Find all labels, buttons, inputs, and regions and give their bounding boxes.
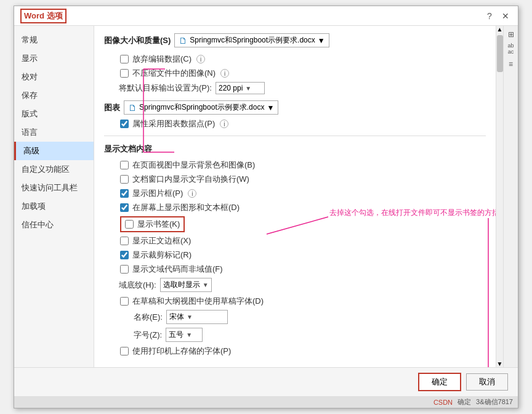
dpi-arrow: ▼ bbox=[245, 85, 251, 92]
discard-info-icon: i bbox=[196, 55, 205, 63]
dialog-footer: 确定 取消 bbox=[14, 367, 518, 396]
show-pic-label[interactable]: 显示图片框(P) bbox=[132, 188, 183, 199]
word-options-dialog: Word 选项 ? ✕ 常规 显示 校对 保存 版式 语言 高级 自定义功能区 … bbox=[14, 6, 518, 408]
watermark-bar: CSDN 确定 3&确信7817 bbox=[14, 396, 518, 408]
text-icon[interactable]: abac bbox=[505, 43, 517, 55]
dpi-dropdown[interactable]: 220 ppi ▼ bbox=[216, 82, 265, 94]
sidebar: 常规 显示 校对 保存 版式 语言 高级 自定义功能区 快速访问工具栏 加载项 … bbox=[14, 26, 94, 367]
scroll-thumb[interactable] bbox=[497, 35, 503, 72]
sidebar-item-style[interactable]: 版式 bbox=[14, 105, 94, 123]
field-shading-label: 域底纹(H): bbox=[119, 280, 156, 291]
show-bg-checkbox[interactable] bbox=[120, 161, 129, 169]
field-shading-row: 域底纹(H): 选取时显示 ▼ bbox=[119, 278, 486, 292]
field-shading-value: 选取时显示 bbox=[163, 280, 200, 290]
title-bar: Word 选项 ? ✕ bbox=[14, 6, 518, 26]
cancel-button[interactable]: 取消 bbox=[466, 373, 508, 391]
show-code-label[interactable]: 显示文域代码而非域值(F) bbox=[132, 264, 223, 275]
sidebar-item-addins[interactable]: 加载项 bbox=[14, 197, 94, 216]
chart-data-row: 属性采用图表数据点(P) i bbox=[119, 118, 486, 129]
chart-file-name: Springmvc和Springboot示例要求.docx bbox=[139, 102, 264, 113]
font-name-value: 宋体 bbox=[169, 312, 184, 322]
main-content: 图像大小和质量(S) 🗋 Springmvc和Springboot示例要求.do… bbox=[94, 26, 496, 367]
show-wrap-label[interactable]: 文档窗口内显示文字自动换行(W) bbox=[132, 174, 249, 185]
dpi-value: 220 ppi bbox=[219, 84, 243, 92]
sidebar-item-display[interactable]: 显示 bbox=[14, 49, 94, 68]
show-code-checkbox[interactable] bbox=[120, 265, 129, 274]
font-name-row: 名称(E): 宋体 ▼ bbox=[119, 310, 486, 324]
show-drawing-label[interactable]: 在屏幕上显示图形和文本框(D) bbox=[132, 202, 240, 213]
dpi-label: 将默认目标输出设置为(P): bbox=[119, 83, 212, 94]
no-compress-label[interactable]: 不压缩文件中的图像(N) bbox=[132, 68, 216, 79]
show-bg-row: 在页面视图中显示背景色和图像(B) bbox=[119, 160, 486, 171]
show-maintext-checkbox[interactable] bbox=[120, 237, 129, 245]
font-size-dropdown[interactable]: 五号 ▼ bbox=[166, 328, 203, 342]
user-label: 确定 bbox=[457, 397, 471, 407]
font-name-dropdown[interactable]: 宋体 ▼ bbox=[166, 310, 228, 324]
sidebar-item-language[interactable]: 语言 bbox=[14, 123, 94, 142]
chart-info-icon: i bbox=[220, 120, 228, 128]
show-bookmark-checkbox[interactable] bbox=[125, 220, 134, 229]
sidebar-item-advanced[interactable]: 高级 bbox=[14, 142, 94, 160]
file-dropdown-arrow: ▼ bbox=[318, 36, 325, 45]
sidebar-item-quickaccess[interactable]: 快速访问工具栏 bbox=[14, 179, 94, 197]
nocompress-info-icon: i bbox=[220, 69, 229, 78]
title-controls: ? ✕ bbox=[483, 10, 512, 22]
font-name-arrow: ▼ bbox=[187, 314, 193, 320]
scroll-down-btn[interactable]: ▼ bbox=[496, 360, 503, 367]
csdn-label: CSDN bbox=[433, 399, 453, 406]
draft-font-label[interactable]: 在草稿和大纲视图中使用草稿字体(D) bbox=[132, 296, 264, 307]
show-bookmark-label[interactable]: 显示书签(K) bbox=[137, 219, 180, 230]
help-button[interactable]: ? bbox=[483, 10, 496, 22]
show-crop-checkbox[interactable] bbox=[120, 251, 129, 259]
show-wrap-checkbox[interactable] bbox=[120, 175, 129, 184]
show-crop-row: 显示裁剪标记(R) bbox=[119, 250, 486, 261]
right-tools-panel: ⊞ abac ≡ bbox=[503, 26, 518, 367]
sidebar-item-customize[interactable]: 自定义功能区 bbox=[14, 160, 94, 179]
image-section-title: 图像大小和质量(S) bbox=[104, 35, 171, 46]
show-maintext-label[interactable]: 显示正文边框(X) bbox=[132, 235, 191, 246]
dialog-title: Word 选项 bbox=[20, 9, 66, 23]
no-compress-checkbox[interactable] bbox=[120, 69, 129, 78]
scroll-up-btn[interactable]: ▲ bbox=[496, 26, 503, 33]
field-shading-arrow: ▼ bbox=[203, 282, 209, 288]
tools-icon[interactable]: ≡ bbox=[505, 58, 517, 70]
print-font-row: 使用打印机上存储的字体(P) bbox=[119, 346, 486, 357]
show-pic-row: 显示图片框(P) i bbox=[119, 188, 486, 199]
sidebar-item-proofing[interactable]: 校对 bbox=[14, 68, 94, 86]
display-section: 显示文档内容 在页面视图中显示背景色和图像(B) 文档窗口内显示文字自动换行(W… bbox=[104, 136, 486, 357]
discard-editing-checkbox[interactable] bbox=[120, 55, 129, 63]
draft-font-row: 在草稿和大纲视图中使用草稿字体(D) bbox=[119, 296, 486, 307]
image-file-name: Springmvc和Springboot示例要求.docx bbox=[190, 35, 315, 46]
chart-data-checkbox[interactable] bbox=[120, 120, 129, 128]
ok-button[interactable]: 确定 bbox=[418, 373, 461, 391]
font-size-arrow: ▼ bbox=[186, 331, 192, 338]
chart-file-dropdown[interactable]: 🗋 Springmvc和Springboot示例要求.docx ▼ bbox=[124, 100, 278, 115]
sidebar-item-save[interactable]: 保存 bbox=[14, 86, 94, 105]
grid-icon[interactable]: ⊞ bbox=[505, 28, 517, 41]
show-bg-label[interactable]: 在页面视图中显示背景色和图像(B) bbox=[132, 160, 255, 171]
sidebar-item-trustcenter[interactable]: 信任中心 bbox=[14, 216, 94, 234]
discard-editing-label[interactable]: 放弃编辑数据(C) bbox=[132, 54, 191, 65]
scrollbar[interactable]: ▲ ▼ bbox=[496, 26, 503, 367]
show-pic-checkbox[interactable] bbox=[120, 189, 129, 198]
print-font-label[interactable]: 使用打印机上存储的字体(P) bbox=[132, 346, 231, 357]
draft-font-checkbox[interactable] bbox=[120, 297, 129, 306]
sidebar-item-general[interactable]: 常规 bbox=[14, 31, 94, 49]
show-bookmark-row: 显示书签(K) bbox=[119, 216, 486, 232]
chart-section-title: 图表 bbox=[104, 102, 120, 113]
close-button[interactable]: ✕ bbox=[499, 10, 512, 22]
display-section-title: 显示文档内容 bbox=[104, 144, 486, 155]
show-maintext-row: 显示正文边框(X) bbox=[119, 235, 486, 246]
chart-data-label[interactable]: 属性采用图表数据点(P) bbox=[132, 118, 215, 129]
print-font-checkbox[interactable] bbox=[120, 347, 129, 355]
font-size-value: 五号 bbox=[169, 330, 183, 340]
no-compress-row: 不压缩文件中的图像(N) i bbox=[119, 68, 486, 79]
watermark-suffix: 3&确信7817 bbox=[476, 397, 513, 407]
show-crop-label[interactable]: 显示裁剪标记(R) bbox=[132, 250, 191, 261]
show-drawing-checkbox[interactable] bbox=[120, 203, 129, 212]
image-file-dropdown[interactable]: 🗋 Springmvc和Springboot示例要求.docx ▼ bbox=[174, 33, 329, 47]
field-shading-dropdown[interactable]: 选取时显示 ▼ bbox=[160, 278, 212, 292]
chart-file-icon: 🗋 bbox=[128, 103, 137, 113]
show-drawing-row: 在屏幕上显示图形和文本框(D) bbox=[119, 202, 486, 213]
file-icon: 🗋 bbox=[179, 36, 187, 46]
